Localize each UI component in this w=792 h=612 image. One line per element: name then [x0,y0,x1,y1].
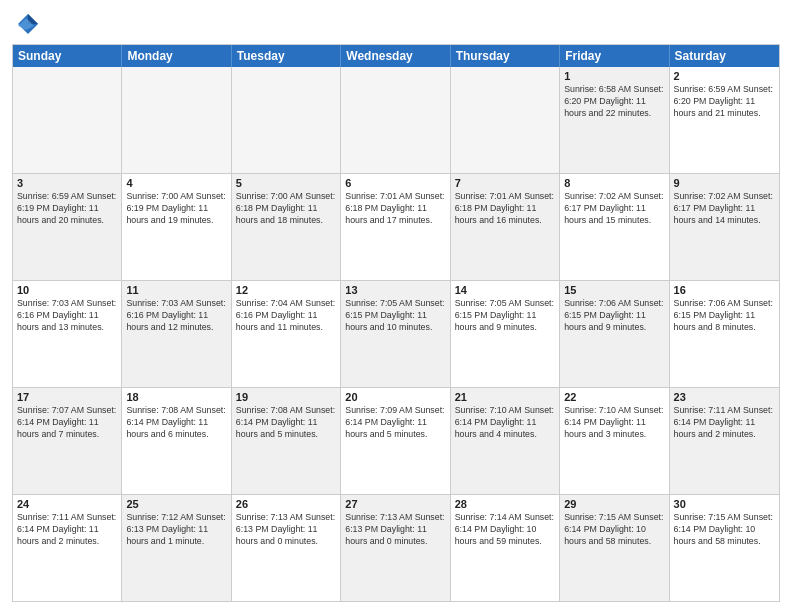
weekday-header: Sunday [13,45,122,67]
weekday-header: Wednesday [341,45,450,67]
day-number: 24 [17,498,117,510]
day-number: 10 [17,284,117,296]
day-number: 3 [17,177,117,189]
day-number: 18 [126,391,226,403]
calendar-cell: 18Sunrise: 7:08 AM Sunset: 6:14 PM Dayli… [122,388,231,494]
logo-icon [12,10,40,38]
cell-info: Sunrise: 7:03 AM Sunset: 6:16 PM Dayligh… [126,298,226,334]
day-number: 25 [126,498,226,510]
calendar-cell: 19Sunrise: 7:08 AM Sunset: 6:14 PM Dayli… [232,388,341,494]
calendar-cell: 14Sunrise: 7:05 AM Sunset: 6:15 PM Dayli… [451,281,560,387]
calendar-cell: 16Sunrise: 7:06 AM Sunset: 6:15 PM Dayli… [670,281,779,387]
calendar-cell: 29Sunrise: 7:15 AM Sunset: 6:14 PM Dayli… [560,495,669,601]
calendar-cell: 9Sunrise: 7:02 AM Sunset: 6:17 PM Daylig… [670,174,779,280]
day-number: 23 [674,391,775,403]
day-number: 21 [455,391,555,403]
cell-info: Sunrise: 7:00 AM Sunset: 6:19 PM Dayligh… [126,191,226,227]
cell-info: Sunrise: 7:13 AM Sunset: 6:13 PM Dayligh… [345,512,445,548]
calendar-cell: 11Sunrise: 7:03 AM Sunset: 6:16 PM Dayli… [122,281,231,387]
cell-info: Sunrise: 7:06 AM Sunset: 6:15 PM Dayligh… [564,298,664,334]
cell-info: Sunrise: 7:10 AM Sunset: 6:14 PM Dayligh… [564,405,664,441]
day-number: 28 [455,498,555,510]
day-number: 1 [564,70,664,82]
calendar-row: 24Sunrise: 7:11 AM Sunset: 6:14 PM Dayli… [13,495,779,601]
cell-info: Sunrise: 7:13 AM Sunset: 6:13 PM Dayligh… [236,512,336,548]
calendar-cell [341,67,450,173]
cell-info: Sunrise: 7:15 AM Sunset: 6:14 PM Dayligh… [674,512,775,548]
cell-info: Sunrise: 7:02 AM Sunset: 6:17 PM Dayligh… [674,191,775,227]
cell-info: Sunrise: 7:07 AM Sunset: 6:14 PM Dayligh… [17,405,117,441]
calendar-cell: 28Sunrise: 7:14 AM Sunset: 6:14 PM Dayli… [451,495,560,601]
calendar-cell [122,67,231,173]
day-number: 4 [126,177,226,189]
day-number: 29 [564,498,664,510]
cell-info: Sunrise: 7:11 AM Sunset: 6:14 PM Dayligh… [17,512,117,548]
day-number: 20 [345,391,445,403]
calendar-cell: 13Sunrise: 7:05 AM Sunset: 6:15 PM Dayli… [341,281,450,387]
calendar-cell: 21Sunrise: 7:10 AM Sunset: 6:14 PM Dayli… [451,388,560,494]
cell-info: Sunrise: 7:10 AM Sunset: 6:14 PM Dayligh… [455,405,555,441]
cell-info: Sunrise: 7:00 AM Sunset: 6:18 PM Dayligh… [236,191,336,227]
calendar-row: 3Sunrise: 6:59 AM Sunset: 6:19 PM Daylig… [13,174,779,281]
calendar-cell: 23Sunrise: 7:11 AM Sunset: 6:14 PM Dayli… [670,388,779,494]
day-number: 11 [126,284,226,296]
calendar-row: 1Sunrise: 6:58 AM Sunset: 6:20 PM Daylig… [13,67,779,174]
calendar-cell [451,67,560,173]
day-number: 19 [236,391,336,403]
cell-info: Sunrise: 7:14 AM Sunset: 6:14 PM Dayligh… [455,512,555,548]
day-number: 15 [564,284,664,296]
calendar-row: 17Sunrise: 7:07 AM Sunset: 6:14 PM Dayli… [13,388,779,495]
calendar: SundayMondayTuesdayWednesdayThursdayFrid… [12,44,780,602]
cell-info: Sunrise: 7:08 AM Sunset: 6:14 PM Dayligh… [126,405,226,441]
day-number: 13 [345,284,445,296]
calendar-cell: 5Sunrise: 7:00 AM Sunset: 6:18 PM Daylig… [232,174,341,280]
weekday-header: Monday [122,45,231,67]
logo [12,10,44,38]
day-number: 26 [236,498,336,510]
day-number: 17 [17,391,117,403]
calendar-cell: 6Sunrise: 7:01 AM Sunset: 6:18 PM Daylig… [341,174,450,280]
calendar-cell: 4Sunrise: 7:00 AM Sunset: 6:19 PM Daylig… [122,174,231,280]
day-number: 14 [455,284,555,296]
calendar-cell: 26Sunrise: 7:13 AM Sunset: 6:13 PM Dayli… [232,495,341,601]
weekday-header: Tuesday [232,45,341,67]
weekday-header: Friday [560,45,669,67]
calendar-cell: 7Sunrise: 7:01 AM Sunset: 6:18 PM Daylig… [451,174,560,280]
day-number: 2 [674,70,775,82]
page: SundayMondayTuesdayWednesdayThursdayFrid… [0,0,792,612]
day-number: 30 [674,498,775,510]
day-number: 16 [674,284,775,296]
calendar-cell: 2Sunrise: 6:59 AM Sunset: 6:20 PM Daylig… [670,67,779,173]
day-number: 27 [345,498,445,510]
day-number: 22 [564,391,664,403]
calendar-cell: 17Sunrise: 7:07 AM Sunset: 6:14 PM Dayli… [13,388,122,494]
calendar-cell: 30Sunrise: 7:15 AM Sunset: 6:14 PM Dayli… [670,495,779,601]
calendar-cell: 22Sunrise: 7:10 AM Sunset: 6:14 PM Dayli… [560,388,669,494]
calendar-cell: 20Sunrise: 7:09 AM Sunset: 6:14 PM Dayli… [341,388,450,494]
calendar-header-row: SundayMondayTuesdayWednesdayThursdayFrid… [13,45,779,67]
cell-info: Sunrise: 7:01 AM Sunset: 6:18 PM Dayligh… [345,191,445,227]
cell-info: Sunrise: 6:58 AM Sunset: 6:20 PM Dayligh… [564,84,664,120]
calendar-cell: 15Sunrise: 7:06 AM Sunset: 6:15 PM Dayli… [560,281,669,387]
day-number: 6 [345,177,445,189]
calendar-cell: 8Sunrise: 7:02 AM Sunset: 6:17 PM Daylig… [560,174,669,280]
cell-info: Sunrise: 7:05 AM Sunset: 6:15 PM Dayligh… [455,298,555,334]
cell-info: Sunrise: 7:04 AM Sunset: 6:16 PM Dayligh… [236,298,336,334]
cell-info: Sunrise: 7:12 AM Sunset: 6:13 PM Dayligh… [126,512,226,548]
day-number: 7 [455,177,555,189]
cell-info: Sunrise: 7:08 AM Sunset: 6:14 PM Dayligh… [236,405,336,441]
day-number: 9 [674,177,775,189]
calendar-cell [232,67,341,173]
weekday-header: Thursday [451,45,560,67]
day-number: 5 [236,177,336,189]
weekday-header: Saturday [670,45,779,67]
calendar-cell: 1Sunrise: 6:58 AM Sunset: 6:20 PM Daylig… [560,67,669,173]
calendar-cell: 25Sunrise: 7:12 AM Sunset: 6:13 PM Dayli… [122,495,231,601]
calendar-cell: 12Sunrise: 7:04 AM Sunset: 6:16 PM Dayli… [232,281,341,387]
day-number: 12 [236,284,336,296]
cell-info: Sunrise: 6:59 AM Sunset: 6:20 PM Dayligh… [674,84,775,120]
cell-info: Sunrise: 7:09 AM Sunset: 6:14 PM Dayligh… [345,405,445,441]
cell-info: Sunrise: 7:06 AM Sunset: 6:15 PM Dayligh… [674,298,775,334]
cell-info: Sunrise: 7:05 AM Sunset: 6:15 PM Dayligh… [345,298,445,334]
header [12,10,780,38]
